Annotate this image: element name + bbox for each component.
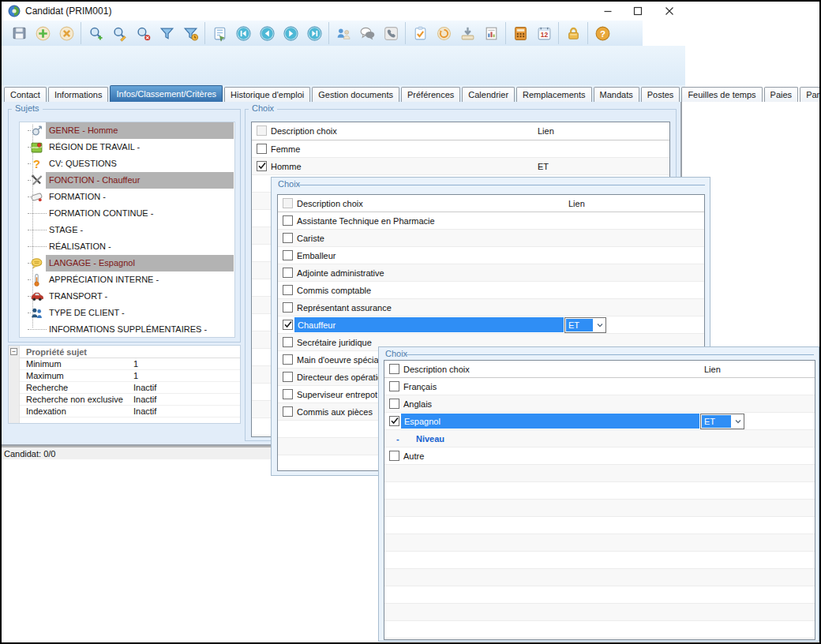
subject-item[interactable]: FORMATION CONTINUE - [20, 205, 234, 222]
choice-row[interactable]: Emballeur [278, 247, 704, 264]
choice-row[interactable]: Commis comptable [278, 282, 704, 299]
tab-contact[interactable]: Contact [4, 87, 47, 102]
property-row[interactable]: RechercheInactif [20, 382, 240, 394]
row-checkbox[interactable] [283, 389, 293, 399]
history-icon[interactable] [433, 23, 454, 43]
choice-row[interactable]: Cariste [278, 230, 704, 247]
tree-guide-line [28, 213, 47, 214]
help-icon[interactable]: ? [592, 23, 613, 43]
row-checkbox[interactable] [389, 364, 399, 374]
tab-gestion-documents[interactable]: Gestion documents [312, 87, 399, 102]
nav-prev-icon[interactable] [257, 23, 277, 43]
choice-row[interactable]: EspagnolET [384, 413, 815, 430]
choice-row[interactable]: Femme [252, 140, 669, 158]
messages-icon[interactable] [357, 23, 377, 43]
close-button[interactable] [657, 2, 682, 21]
choice-table-header: Description choixLien [252, 122, 669, 140]
minimize-button[interactable] [595, 2, 620, 21]
row-checkbox[interactable] [283, 215, 293, 226]
property-row[interactable]: Recherche non exclusiveInactif [20, 394, 240, 406]
tab-pr-f-rences[interactable]: Préférences [401, 87, 460, 102]
subject-item[interactable]: RÉALISATION - [20, 238, 234, 255]
row-checkbox[interactable] [283, 302, 293, 313]
property-row[interactable]: Maximum1 [20, 370, 240, 382]
tab-mandats[interactable]: Mandats [594, 87, 639, 102]
calculator-icon[interactable] [510, 23, 530, 43]
tab-paies[interactable]: Paies [764, 87, 799, 102]
choice-row[interactable]: -Niveau [384, 430, 815, 447]
choice-row[interactable]: Assistante Technique en Pharmacie [278, 212, 704, 230]
tab-historique-d-emploi[interactable]: Historique d'emploi [224, 87, 310, 102]
row-checkbox[interactable] [283, 354, 293, 365]
row-checkbox[interactable] [283, 320, 293, 330]
choice-row[interactable]: Français [384, 378, 815, 395]
subject-item[interactable]: LANGAGE - Espagnol [20, 255, 234, 271]
row-checkbox[interactable] [283, 372, 293, 382]
collapse-expander[interactable]: − [10, 348, 17, 355]
tab-param-tres[interactable]: Paramètres [800, 87, 821, 102]
tab-feuilles-de-temps[interactable]: Feuilles de temps [681, 87, 762, 102]
tab-informations[interactable]: Informations [48, 87, 109, 102]
search-new-icon[interactable] [85, 23, 106, 43]
phone-icon[interactable] [381, 23, 401, 43]
subject-item[interactable]: TYPE DE CLIENT - [20, 305, 234, 321]
choice-row[interactable]: ChauffeurET [278, 316, 704, 334]
choice-row[interactable]: Adjointe administrative [278, 264, 704, 282]
row-checkbox[interactable] [389, 399, 399, 409]
tab-postes[interactable]: Postes [641, 87, 680, 102]
tasks-icon[interactable] [410, 23, 430, 43]
property-row[interactable]: Minimum1 [20, 358, 240, 370]
tab-remplacements[interactable]: Remplacements [516, 87, 591, 102]
choice-row[interactable]: Représentant assurance [278, 299, 704, 316]
import-icon[interactable] [457, 23, 478, 43]
nav-next-icon[interactable] [280, 23, 301, 43]
tab-infos-classement-crit-res[interactable]: Infos/Classement/Critères [110, 85, 223, 102]
subject-item[interactable]: TRANSPORT - [20, 288, 234, 305]
save-icon[interactable] [9, 23, 29, 43]
choice-row[interactable]: Anglais [384, 395, 815, 413]
car-icon [30, 290, 43, 303]
calendar-icon[interactable]: 12 [534, 23, 554, 43]
row-checkbox[interactable] [283, 406, 293, 417]
subject-item[interactable]: FONCTION - Chauffeur [20, 172, 234, 189]
filter-icon[interactable] [156, 23, 177, 43]
subject-item[interactable]: INFORMATIONS SUPPLÉMENTAIRES - [20, 321, 234, 338]
subject-item[interactable]: STAGE - [20, 222, 234, 238]
nav-last-icon[interactable] [304, 23, 324, 43]
row-checkbox[interactable] [283, 233, 293, 243]
search-edit-icon[interactable] [109, 23, 129, 43]
subject-item[interactable]: RÉGION DE TRAVAIL - [20, 139, 234, 155]
row-checkbox[interactable] [283, 285, 293, 295]
lock-icon[interactable] [563, 23, 583, 43]
row-checkbox[interactable] [283, 268, 293, 278]
property-row[interactable]: IndexationInactif [20, 406, 240, 417]
nav-first-icon[interactable] [233, 23, 253, 43]
row-checkbox[interactable] [283, 250, 293, 260]
search-remove-icon[interactable] [133, 23, 153, 43]
row-checkbox[interactable] [389, 451, 399, 461]
subject-item[interactable]: ?CV: QUESTIONS [20, 155, 234, 172]
row-checkbox[interactable] [389, 381, 399, 391]
row-checkbox[interactable] [283, 198, 293, 208]
add-icon[interactable] [32, 23, 53, 43]
subject-item[interactable]: FORMATION - [20, 189, 234, 205]
row-checkbox[interactable] [257, 125, 267, 136]
row-checkbox[interactable] [257, 161, 267, 171]
choice-row[interactable]: Autre [384, 447, 815, 465]
tab-calendrier[interactable]: Calendrier [462, 87, 515, 102]
subject-item[interactable]: APPRÉCIATION INTERNE - [20, 271, 234, 288]
subject-item[interactable]: GENRE - Homme [20, 122, 234, 139]
choice-row[interactable]: HommeET [252, 158, 669, 175]
contacts-icon[interactable] [333, 23, 354, 43]
row-checkbox[interactable] [283, 337, 293, 347]
link-combobox[interactable]: ET [564, 317, 606, 333]
maximize-button[interactable] [625, 2, 650, 21]
cancel-icon[interactable] [56, 23, 77, 43]
sub-item-label[interactable]: Niveau [416, 430, 444, 447]
filter-settings-icon[interactable] [180, 23, 201, 43]
link-combobox[interactable]: ET [700, 414, 744, 429]
record-list-icon[interactable] [209, 23, 230, 43]
row-checkbox[interactable] [257, 144, 267, 154]
report-icon[interactable] [481, 23, 501, 43]
row-checkbox[interactable] [389, 416, 399, 426]
